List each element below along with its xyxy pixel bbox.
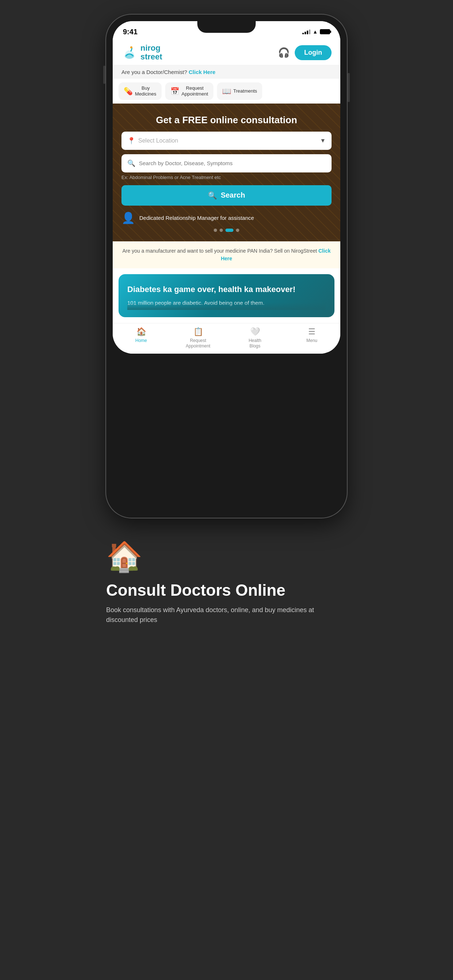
search-magnifier-icon: 🔍 bbox=[127, 159, 135, 167]
promo-card[interactable]: Diabetes ka game over, health ka makeove… bbox=[118, 274, 335, 318]
signal-icon bbox=[302, 29, 310, 34]
dot-3-active[interactable] bbox=[225, 229, 233, 232]
manufacturer-banner: Are you a manufacturer and want to sell … bbox=[113, 241, 340, 268]
headphone-icon[interactable]: 🎧 bbox=[278, 47, 290, 58]
buy-medicines-button[interactable]: 💊 BuyMedicines bbox=[118, 83, 161, 100]
status-icons: ▲ bbox=[302, 29, 330, 35]
treatments-icon: 📖 bbox=[222, 87, 231, 95]
chevron-down-icon: ▼ bbox=[320, 137, 326, 144]
rm-icon: 👤 bbox=[121, 212, 135, 224]
svg-point-2 bbox=[130, 46, 132, 48]
login-button[interactable]: Login bbox=[295, 45, 332, 60]
location-placeholder: Select Location bbox=[138, 137, 178, 144]
app-header: nirog street 🎧 Login bbox=[113, 40, 340, 65]
dot-1[interactable] bbox=[214, 229, 217, 232]
location-pin-icon: 📍 bbox=[127, 137, 135, 145]
logo: nirog street bbox=[121, 44, 162, 61]
hero-section: Get a FREE online consultation 📍 Select … bbox=[113, 103, 340, 241]
below-phone-section: 🏠 Consult Doctors Online Book consultati… bbox=[106, 518, 347, 640]
home-nav-label: Home bbox=[135, 338, 147, 343]
location-select[interactable]: 📍 Select Location ▼ bbox=[121, 132, 332, 150]
appointment-nav-label: RequestAppointment bbox=[186, 338, 210, 348]
consult-title: Consult Doctors Online bbox=[106, 581, 347, 600]
doc-banner-text: Are you a Doctor/Chemist? bbox=[121, 69, 187, 75]
health-nav-icon: 🤍 bbox=[250, 327, 260, 337]
logo-street: street bbox=[140, 52, 162, 61]
request-appointment-button[interactable]: 📅 RequestAppointment bbox=[165, 83, 214, 100]
menu-nav-label: Menu bbox=[306, 338, 317, 343]
search-button-icon: 🔍 bbox=[208, 191, 217, 200]
carousel-dots bbox=[121, 229, 332, 232]
house-icon: 🏠 bbox=[106, 539, 347, 574]
battery-icon bbox=[320, 29, 330, 34]
bottom-navigation: 🏠 Home 📋 RequestAppointment 🤍 HealthBlog… bbox=[113, 323, 340, 354]
health-nav-label: HealthBlogs bbox=[249, 338, 262, 348]
status-time: 9:41 bbox=[123, 28, 137, 36]
search-example-text: Ex: Abdominal Problems or Acne Treatment… bbox=[121, 175, 332, 180]
appointment-icon: 📅 bbox=[170, 87, 179, 95]
location-select-left: 📍 Select Location bbox=[127, 137, 178, 145]
nav-home[interactable]: 🏠 Home bbox=[113, 327, 170, 348]
logo-nirog: nirog bbox=[140, 44, 162, 52]
header-actions: 🎧 Login bbox=[278, 45, 332, 60]
notch bbox=[197, 21, 256, 33]
medicine-icon: 💊 bbox=[124, 87, 133, 95]
wifi-icon: ▲ bbox=[313, 29, 318, 35]
request-appointment-label: RequestAppointment bbox=[182, 85, 208, 97]
appointment-nav-icon: 📋 bbox=[193, 327, 203, 337]
dot-4[interactable] bbox=[236, 229, 239, 232]
doctor-chemist-banner: Are you a Doctor/Chemist? Click Here bbox=[113, 65, 340, 79]
search-box: 🔍 bbox=[121, 154, 332, 172]
hero-title: Get a FREE online consultation bbox=[121, 115, 332, 126]
nav-menu[interactable]: ☰ Menu bbox=[283, 327, 340, 348]
rm-text: Dedicated Relationship Manager for assis… bbox=[139, 215, 254, 221]
nav-request-appointment[interactable]: 📋 RequestAppointment bbox=[170, 327, 226, 348]
promo-title: Diabetes ka game over, health ka makeove… bbox=[127, 285, 326, 295]
logo-icon bbox=[121, 45, 137, 60]
treatments-label: Treatments bbox=[233, 88, 257, 94]
search-button-label: Search bbox=[221, 191, 245, 199]
doc-banner-link[interactable]: Click Here bbox=[188, 69, 215, 75]
rm-section: 👤 Dedicated Relationship Manager for ass… bbox=[121, 212, 332, 224]
mfr-banner-text: Are you a manufacturer and want to sell … bbox=[123, 248, 317, 254]
search-input[interactable] bbox=[139, 160, 326, 166]
quick-actions-bar: 💊 BuyMedicines 📅 RequestAppointment 📖 Tr… bbox=[113, 79, 340, 103]
hero-content: Get a FREE online consultation 📍 Select … bbox=[121, 115, 332, 232]
phone-frame: 9:41 ▲ bbox=[106, 14, 347, 518]
buy-medicines-label: BuyMedicines bbox=[135, 85, 156, 97]
dot-2[interactable] bbox=[220, 229, 223, 232]
search-button[interactable]: 🔍 Search bbox=[121, 185, 332, 205]
nav-health-blogs[interactable]: 🤍 HealthBlogs bbox=[226, 327, 283, 348]
promo-subtitle: 101 million people are diabetic. Avoid b… bbox=[127, 299, 326, 310]
phone-screen: 9:41 ▲ bbox=[113, 21, 340, 354]
menu-nav-icon: ☰ bbox=[308, 327, 316, 337]
volume-button bbox=[103, 65, 105, 84]
home-nav-icon: 🏠 bbox=[136, 327, 146, 337]
power-button bbox=[348, 73, 350, 102]
consult-description: Book consultations with Ayurveda doctors… bbox=[106, 605, 347, 625]
logo-text: nirog street bbox=[140, 44, 162, 61]
treatments-button[interactable]: 📖 Treatments bbox=[217, 83, 262, 100]
